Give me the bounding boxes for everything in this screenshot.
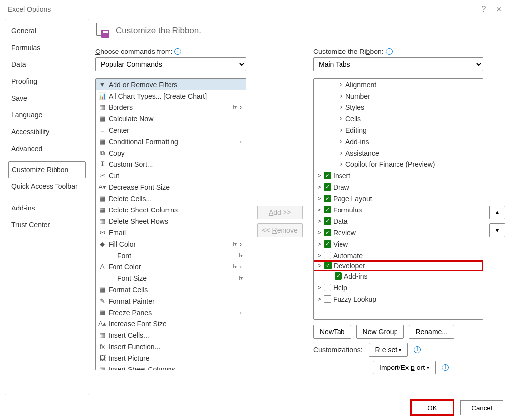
tree-item[interactable]: >Assistance [314,147,483,158]
expand-caret-icon[interactable]: > [317,207,322,213]
expand-caret-icon[interactable]: > [317,296,322,303]
tree-checkbox[interactable]: ✓ [324,206,331,213]
command-item[interactable]: ▦Delete Sheet Rows [96,215,246,227]
expand-caret-icon[interactable]: > [317,252,322,259]
command-item[interactable]: ▦Delete Cells... [96,193,246,204]
command-item[interactable]: Font SizeI▾ [96,272,246,284]
nav-item-proofing[interactable]: Proofing [5,73,89,90]
command-item[interactable]: ▦Calculate Now [96,113,246,124]
nav-item-save[interactable]: Save [5,90,89,106]
tree-checkbox[interactable]: ✓ [335,272,342,280]
nav-item-advanced[interactable]: Advanced [5,140,89,157]
command-item[interactable]: ▦Insert Sheet Columns [96,364,246,370]
expand-caret-icon[interactable]: > [339,104,343,111]
nav-item-accessibility[interactable]: Accessibility [5,123,89,140]
expand-caret-icon[interactable]: > [339,150,343,157]
tree-item[interactable]: >Help [314,282,483,293]
ok-button[interactable]: OK [411,400,454,415]
command-item[interactable]: A▾Decrease Font Size [96,181,246,193]
reset-button[interactable]: Reset▾ [369,343,408,357]
expand-caret-icon[interactable]: > [339,81,343,88]
tree-checkbox[interactable]: ✓ [324,183,331,191]
cancel-button[interactable]: Cancel [460,400,503,415]
tree-checkbox[interactable] [324,295,331,303]
tree-item[interactable]: >Editing [314,124,483,136]
tree-item[interactable]: >✓Review [314,227,483,238]
command-item[interactable]: ▦Freeze Panes› [96,307,246,318]
command-item[interactable]: ▦Conditional Formatting› [96,136,246,147]
expand-caret-icon[interactable]: > [339,161,343,168]
command-item[interactable]: ≡Center [96,124,246,136]
tree-item[interactable]: >✓Page Layout [314,193,483,204]
tree-checkbox[interactable]: ✓ [324,217,331,225]
expand-caret-icon[interactable]: > [317,284,322,291]
command-item[interactable]: ✂Cut [96,170,246,181]
expand-caret-icon[interactable]: > [339,93,343,100]
nav-item-add-ins[interactable]: Add-ins [5,200,89,216]
commands-listbox[interactable]: ▼Add or Remove Filters📊All Chart Types..… [95,78,246,370]
import-export-button[interactable]: Import/Export▾ [373,361,436,374]
expand-caret-icon[interactable]: > [317,184,322,191]
tree-checkbox[interactable]: ✓ [324,229,331,236]
tree-item[interactable]: >✓Developer [313,260,483,271]
tree-item[interactable]: >Number [314,90,483,102]
nav-item-customize-ribbon[interactable]: Customize Ribbon [8,161,86,178]
info-icon[interactable]: i [414,346,421,353]
expand-caret-icon[interactable]: > [317,241,322,248]
tree-item[interactable]: >✓Draw [314,181,483,193]
tree-item[interactable]: >✓Data [314,215,483,227]
command-item[interactable]: fxInsert Function... [96,341,246,352]
command-item[interactable]: ◆Fill ColorI▾› [96,238,246,250]
expand-caret-icon[interactable]: > [339,138,343,145]
tree-item[interactable]: >Copilot for Finance (Preview) [314,158,483,170]
help-icon[interactable]: ? [476,5,491,14]
nav-item-general[interactable]: General [5,22,89,39]
tree-item[interactable]: >Add-ins [314,136,483,147]
move-up-button[interactable]: ▲ [489,206,505,219]
tree-item[interactable]: >Cells [314,113,483,124]
tree-checkbox[interactable]: ✓ [324,172,331,179]
new-group-button[interactable]: New Group [356,325,404,339]
command-item[interactable]: ✉Email [96,227,246,238]
move-down-button[interactable]: ▼ [489,223,505,237]
choose-commands-combo[interactable]: Popular Commands [95,57,246,71]
tree-checkbox[interactable]: ✓ [324,195,331,202]
nav-item-language[interactable]: Language [5,106,89,123]
command-item[interactable]: ✎Format Painter [96,295,246,307]
info-icon[interactable]: i [174,48,181,55]
tree-item[interactable]: >✓View [314,238,483,250]
tree-item[interactable]: >Alignment [314,79,483,90]
command-item[interactable]: AFont ColorI▾› [96,261,246,272]
tree-item[interactable]: >Styles [314,102,483,113]
tree-item[interactable]: >Fuzzy Lookup [314,293,483,305]
customize-ribbon-combo[interactable]: Main Tabs [313,57,483,71]
nav-item-trust-center[interactable]: Trust Center [5,216,89,233]
tree-item[interactable]: ✓Add-ins [314,270,483,282]
expand-caret-icon[interactable]: > [317,195,322,202]
info-icon[interactable]: i [442,364,449,371]
command-item[interactable]: ▼Add or Remove Filters [96,79,246,90]
tree-item[interactable]: >✓Insert [314,170,483,181]
command-item[interactable]: ▦Insert Cells... [96,329,246,341]
expand-caret-icon[interactable]: > [317,229,322,236]
expand-caret-icon[interactable]: > [339,115,343,122]
command-item[interactable]: FontI▾ [96,250,246,261]
rename-button[interactable]: Rename... [409,325,454,339]
tree-checkbox[interactable]: ✓ [324,262,332,269]
close-icon[interactable]: × [491,4,506,15]
command-item[interactable]: 📊All Chart Types... [Create Chart] [96,90,246,102]
command-item[interactable]: ▦Format Cells [96,284,246,295]
command-item[interactable]: A▴Increase Font Size [96,318,246,329]
command-item[interactable]: ↧Custom Sort... [96,158,246,170]
nav-item-quick-access-toolbar[interactable]: Quick Access Toolbar [5,178,89,195]
tree-item[interactable]: >Automate [314,250,483,261]
expand-caret-icon[interactable]: > [317,218,322,225]
tree-checkbox[interactable] [324,284,331,291]
add-button[interactable]: Add >> [257,206,303,219]
expand-caret-icon[interactable]: > [339,127,343,134]
expand-caret-icon[interactable]: > [317,262,322,269]
ribbon-tree[interactable]: >Alignment>Number>Styles>Cells>Editing>A… [313,78,483,320]
tree-checkbox[interactable]: ✓ [324,240,331,248]
nav-item-data[interactable]: Data [5,56,89,73]
remove-button[interactable]: << Remove [257,223,303,237]
